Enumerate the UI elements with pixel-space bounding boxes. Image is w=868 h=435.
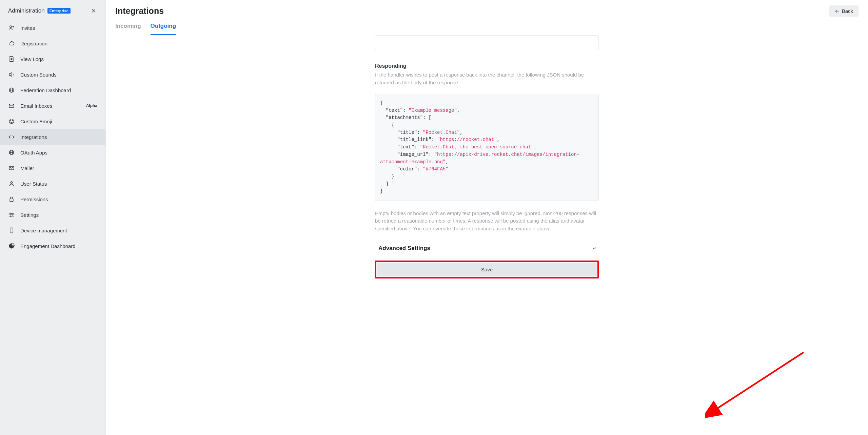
mail-icon [8, 165, 15, 171]
arrow-left-icon [834, 9, 840, 14]
responding-title: Responding [375, 63, 599, 69]
content: Responding If the handler wishes to post… [375, 35, 599, 435]
sidebar-item-label: User Status [20, 181, 97, 187]
globe-icon [8, 87, 15, 94]
user-plus-icon [8, 24, 15, 31]
sidebar-item-invites[interactable]: Invites [0, 20, 105, 36]
cloud-icon [8, 40, 15, 47]
svg-point-2 [10, 26, 12, 27]
emoji-icon [8, 118, 15, 125]
sidebar-title: Administration [8, 7, 45, 14]
content-scroll[interactable]: Responding If the handler wishes to post… [106, 35, 868, 435]
device-icon [8, 227, 15, 234]
sidebar-items: Invites Registration View Logs Custom So… [0, 18, 105, 254]
sidebar-item-label: Integrations [20, 134, 97, 140]
file-icon [8, 56, 15, 62]
advanced-settings-title: Advanced Settings [376, 245, 430, 252]
sidebar-item-label: Engagement Dashboard [20, 243, 97, 249]
user-icon [8, 180, 15, 187]
sidebar-item-label: OAuth Apps [20, 150, 97, 156]
sidebar-item-permissions[interactable]: Permissions [0, 191, 105, 207]
tabs: Incoming Outgoing [106, 18, 868, 35]
sidebar-item-custom-emoji[interactable]: Custom Emoji [0, 113, 105, 129]
sidebar-item-label: Custom Sounds [20, 72, 97, 78]
close-icon[interactable] [90, 7, 97, 15]
back-label: Back [842, 8, 853, 14]
svg-point-13 [12, 121, 13, 121]
responding-note: Empty bodies or bodies with an empty tex… [375, 210, 599, 233]
sidebar-item-label: View Logs [20, 56, 97, 62]
advanced-settings-accordion[interactable]: Advanced Settings [375, 236, 599, 261]
sound-icon [8, 71, 15, 78]
topbar: Integrations Back [106, 0, 868, 18]
globe-icon [8, 149, 15, 156]
sidebar-item-view-logs[interactable]: View Logs [0, 51, 105, 67]
sidebar-item-label: Permissions [20, 196, 97, 202]
annotation-highlight-box: Save [375, 261, 599, 278]
sidebar-item-label: Registration [20, 41, 97, 46]
svg-point-18 [11, 182, 12, 183]
piechart-icon [8, 243, 15, 249]
sidebar-item-label: Federation Dashboard [20, 87, 97, 93]
sidebar-item-label: Device management [20, 228, 97, 233]
svg-point-25 [10, 216, 11, 217]
svg-point-24 [12, 214, 13, 215]
tab-outgoing[interactable]: Outgoing [151, 23, 176, 35]
sidebar-item-integrations[interactable]: Integrations [0, 129, 105, 145]
sidebar-item-registration[interactable]: Registration [0, 36, 105, 51]
page-title: Integrations [115, 6, 164, 16]
sidebar-item-label: Email Inboxes [20, 103, 81, 109]
sidebar-item-federation[interactable]: Federation Dashboard [0, 82, 105, 98]
tab-incoming[interactable]: Incoming [115, 23, 141, 35]
response-json-example: { "text": "Example message", "attachment… [375, 94, 599, 201]
previous-field-box [375, 35, 599, 50]
svg-point-23 [10, 213, 11, 214]
save-wrap: Save [375, 261, 599, 278]
sidebar-item-label: Custom Emoji [20, 119, 97, 124]
responding-desc: If the handler wishes to post a response… [375, 71, 599, 86]
alpha-tag: Alpha [86, 103, 97, 108]
admin-sidebar: Administration Enterprise Invites Regist… [0, 0, 106, 435]
sidebar-header: Administration Enterprise [0, 0, 105, 18]
sidebar-item-oauth-apps[interactable]: OAuth Apps [0, 145, 105, 160]
lock-icon [8, 196, 15, 203]
sidebar-item-device-management[interactable]: Device management [0, 223, 105, 238]
sidebar-item-label: Settings [20, 212, 97, 218]
sidebar-item-label: Invites [20, 25, 97, 31]
main-panel: Integrations Back Incoming Outgoing Resp… [106, 0, 868, 435]
sidebar-item-engagement-dashboard[interactable]: Engagement Dashboard [0, 238, 105, 254]
mail-icon [8, 102, 15, 109]
sliders-icon [8, 211, 15, 218]
svg-rect-19 [10, 199, 13, 202]
sidebar-item-label: Mailer [20, 165, 97, 171]
sidebar-item-custom-sounds[interactable]: Custom Sounds [0, 67, 105, 82]
save-button[interactable]: Save [377, 263, 597, 276]
enterprise-badge: Enterprise [47, 8, 71, 14]
svg-point-12 [11, 121, 11, 121]
sidebar-item-user-status[interactable]: User Status [0, 176, 105, 191]
sidebar-item-settings[interactable]: Settings [0, 207, 105, 223]
sidebar-item-mailer[interactable]: Mailer [0, 160, 105, 176]
chevron-down-icon [591, 245, 597, 251]
back-button[interactable]: Back [829, 5, 859, 17]
sidebar-item-email-inboxes[interactable]: Email Inboxes Alpha [0, 98, 105, 113]
code-icon [8, 133, 15, 140]
